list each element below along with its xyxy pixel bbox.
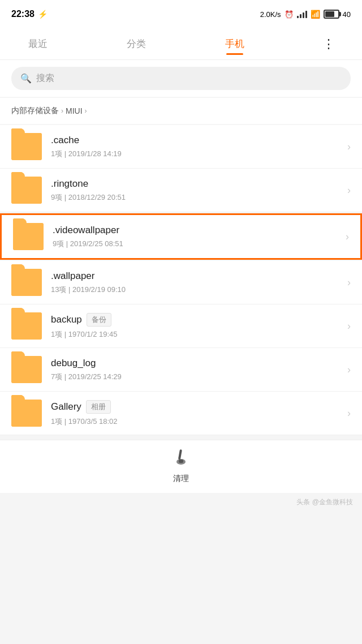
- file-item-videowallpaper[interactable]: .videowallpaper 9项 | 2019/2/25 08:51 ›: [0, 213, 362, 260]
- breadcrumb-internal-storage[interactable]: 内部存储设备: [11, 106, 59, 116]
- folder-icon-wallpaper: [11, 269, 42, 296]
- chevron-right-icon: ›: [347, 407, 351, 419]
- more-menu-button[interactable]: ⋮: [318, 32, 339, 56]
- file-meta-backup: 1项 | 1970/1/2 19:45: [51, 329, 343, 340]
- search-icon: 🔍: [20, 73, 32, 84]
- file-name-videowallpaper: .videowallpaper: [53, 225, 341, 236]
- file-badge-backup: 备份: [87, 313, 111, 327]
- chevron-right-icon: ›: [347, 320, 351, 332]
- file-meta-ringtone: 9项 | 2018/12/29 20:51: [51, 192, 343, 203]
- file-name-backup: backup 备份: [51, 313, 343, 327]
- file-item-cache[interactable]: .cache 1项 | 2019/1/28 14:19 ›: [0, 125, 362, 169]
- svg-rect-0: [178, 449, 182, 460]
- folder-icon-videowallpaper: [13, 223, 44, 250]
- status-right: 2.0K/s ⏰ 📶 40: [260, 10, 351, 19]
- file-info-videowallpaper: .videowallpaper 9项 | 2019/2/25 08:51: [53, 225, 341, 249]
- breadcrumb: 内部存储设备 › MIUI ›: [0, 98, 362, 124]
- watermark: 头条 @金鱼微科技: [0, 493, 362, 512]
- file-meta-videowallpaper: 9项 | 2019/2/25 08:51: [53, 239, 341, 249]
- tab-category[interactable]: 分类: [121, 33, 152, 55]
- file-info-debuglog: debug_log 7项 | 2019/2/25 14:29: [51, 358, 343, 382]
- file-name-debuglog: debug_log: [51, 358, 343, 369]
- folder-icon-debuglog: [11, 356, 42, 383]
- file-meta-cache: 1项 | 2019/1/28 14:19: [51, 149, 343, 159]
- file-item-backup[interactable]: backup 备份 1项 | 1970/1/2 19:45 ›: [0, 304, 362, 348]
- file-item-ringtone[interactable]: .ringtone 9项 | 2018/12/29 20:51 ›: [0, 169, 362, 212]
- bottom-bar: 清理: [0, 440, 362, 493]
- folder-icon-ringtone: [11, 177, 42, 204]
- search-bar: 🔍 搜索: [0, 60, 362, 97]
- clean-icon: [171, 447, 191, 471]
- tab-bar: 最近 分类 手机 ⋮: [0, 28, 362, 60]
- signal-icon: [297, 10, 307, 18]
- file-name-ringtone: .ringtone: [51, 178, 343, 190]
- alarm-icon: ⏰: [285, 10, 294, 19]
- file-info-cache: .cache 1项 | 2019/1/28 14:19: [51, 135, 343, 159]
- clean-label[interactable]: 清理: [173, 474, 189, 484]
- network-speed: 2.0K/s: [260, 10, 281, 19]
- breadcrumb-miui[interactable]: MIUI: [66, 106, 83, 115]
- file-meta-gallery: 1项 | 1970/3/5 18:02: [51, 417, 343, 427]
- file-list: .cache 1项 | 2019/1/28 14:19 › .ringtone …: [0, 125, 362, 435]
- status-left: 22:38 ⚡: [11, 9, 48, 19]
- tab-recent[interactable]: 最近: [23, 33, 53, 55]
- file-meta-wallpaper: 13项 | 2019/2/19 09:10: [51, 285, 343, 295]
- file-name-cache: .cache: [51, 135, 343, 146]
- folder-icon-cache: [11, 133, 42, 160]
- file-item-wallpaper[interactable]: .wallpaper 13项 | 2019/2/19 09:10 ›: [0, 261, 362, 304]
- chevron-right-icon: ›: [347, 141, 351, 153]
- chevron-right-icon: ›: [347, 277, 351, 289]
- file-info-backup: backup 备份 1项 | 1970/1/2 19:45: [51, 313, 343, 340]
- battery-level: 40: [343, 10, 351, 19]
- chevron-right-icon: ›: [347, 184, 351, 196]
- file-item-gallery[interactable]: Gallery 相册 1项 | 1970/3/5 18:02 ›: [0, 392, 362, 435]
- folder-icon-gallery: [11, 400, 42, 427]
- battery-icon: [324, 10, 339, 19]
- search-input-wrap[interactable]: 🔍 搜索: [11, 67, 351, 90]
- file-meta-debuglog: 7项 | 2019/2/25 14:29: [51, 372, 343, 382]
- file-badge-gallery: 相册: [86, 400, 111, 414]
- wifi-icon: 📶: [311, 10, 320, 19]
- time-display: 22:38: [11, 9, 35, 19]
- status-bar: 22:38 ⚡ 2.0K/s ⏰ 📶 40: [0, 0, 362, 28]
- chevron-right-icon: ›: [346, 231, 349, 243]
- lightning-icon: ⚡: [38, 10, 48, 19]
- file-name-wallpaper: .wallpaper: [51, 271, 343, 282]
- file-info-gallery: Gallery 相册 1项 | 1970/3/5 18:02: [51, 400, 343, 427]
- chevron-right-icon: ›: [347, 364, 351, 376]
- file-info-ringtone: .ringtone 9项 | 2018/12/29 20:51: [51, 178, 343, 203]
- file-info-wallpaper: .wallpaper 13项 | 2019/2/19 09:10: [51, 271, 343, 295]
- file-item-debuglog[interactable]: debug_log 7项 | 2019/2/25 14:29 ›: [0, 348, 362, 392]
- search-placeholder: 搜索: [36, 72, 54, 84]
- breadcrumb-sep-2: ›: [85, 107, 87, 115]
- breadcrumb-sep-1: ›: [61, 107, 63, 115]
- file-name-gallery: Gallery 相册: [51, 400, 343, 414]
- tab-phone[interactable]: 手机: [219, 33, 250, 55]
- folder-icon-backup: [11, 312, 42, 340]
- svg-rect-2: [179, 460, 183, 463]
